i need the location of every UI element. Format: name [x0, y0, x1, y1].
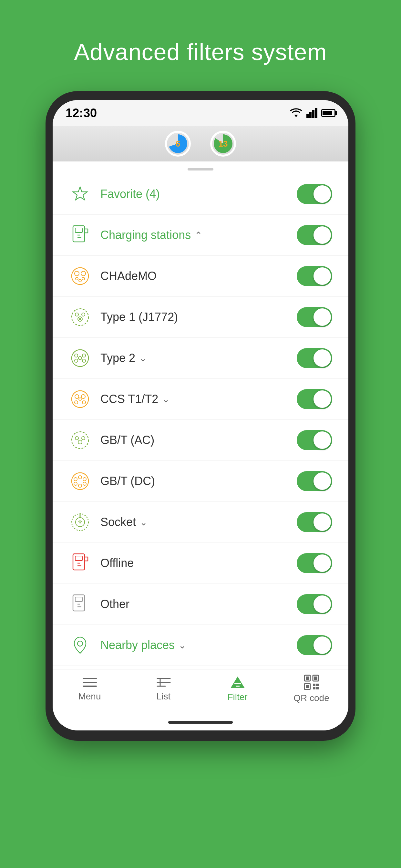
nav-item-qr[interactable]: QR code	[274, 674, 348, 703]
nav-label-list: List	[157, 691, 171, 702]
svg-point-18	[79, 279, 81, 282]
type2-toggle[interactable]	[297, 348, 332, 368]
filter-item-other[interactable]: Other	[53, 584, 348, 625]
svg-point-39	[78, 440, 82, 444]
ccs-label: CCS T1/T2 ⌄	[100, 392, 297, 406]
svg-point-14	[74, 271, 79, 276]
svg-point-31	[75, 395, 79, 399]
filter-list: Favorite (4)	[53, 170, 348, 669]
svg-point-23	[79, 318, 81, 320]
gbt-ac-toggle[interactable]	[297, 430, 332, 450]
type1-toggle[interactable]	[297, 307, 332, 327]
favorite-icon	[69, 183, 91, 206]
ccs-icon	[69, 388, 91, 410]
svg-point-42	[79, 476, 82, 479]
filter-item-gbt-ac[interactable]: GB/T (AC)	[53, 420, 348, 461]
svg-rect-2	[309, 112, 312, 118]
handle-bar	[188, 168, 213, 170]
status-time: 12:30	[66, 106, 97, 120]
svg-point-37	[75, 437, 79, 440]
nav-item-filter[interactable]: Filter	[201, 675, 274, 702]
charging-stations-toggle[interactable]	[297, 225, 332, 245]
ccs-toggle[interactable]	[297, 389, 332, 409]
svg-rect-59	[75, 597, 82, 601]
bottom-nav: Menu List Filter	[53, 669, 348, 714]
svg-point-27	[74, 359, 78, 362]
offline-toggle[interactable]	[297, 553, 332, 573]
filter-item-charging-stations[interactable]: Charging stations ⌃	[53, 215, 348, 256]
charging-stations-icon	[69, 224, 91, 246]
svg-rect-79	[313, 684, 315, 686]
battery-icon	[321, 109, 335, 117]
filter-item-chademo[interactable]: CHAdeMO	[53, 256, 348, 297]
nearby-label: Nearby places ⌄	[100, 639, 297, 652]
chademo-toggle[interactable]	[297, 266, 332, 286]
svg-rect-76	[314, 677, 317, 680]
filter-item-favorite[interactable]: Favorite (4)	[53, 174, 348, 215]
page-title-wrapper: Advanced filters system	[74, 0, 327, 91]
other-icon	[69, 593, 91, 616]
nearby-toggle[interactable]	[297, 635, 332, 655]
svg-point-28	[82, 359, 86, 362]
svg-point-38	[82, 437, 85, 440]
type2-icon	[69, 347, 91, 369]
svg-point-16	[75, 277, 78, 280]
svg-rect-1	[306, 114, 309, 118]
svg-point-20	[75, 313, 79, 316]
nav-item-menu[interactable]: Menu	[53, 676, 127, 702]
filter-item-offline[interactable]: Offline	[53, 543, 348, 584]
map-marker-2: 13	[210, 131, 236, 157]
gbt-ac-label: GB/T (AC)	[100, 433, 297, 447]
sheet-handle[interactable]	[53, 161, 348, 170]
gbt-dc-toggle[interactable]	[297, 471, 332, 491]
svg-marker-0	[294, 115, 298, 117]
nearby-icon	[69, 634, 91, 656]
svg-point-41	[74, 477, 77, 481]
svg-point-21	[82, 313, 85, 316]
filter-item-gbt-dc[interactable]: GB/T (DC)	[53, 461, 348, 502]
svg-rect-52	[75, 556, 82, 561]
menu-icon	[82, 676, 98, 689]
nav-item-list[interactable]: List	[127, 676, 201, 702]
filter-item-socket[interactable]: Socket ⌄	[53, 502, 348, 543]
filter-item-nearby[interactable]: Nearby places ⌄	[53, 625, 348, 666]
filter-item-type1[interactable]: Type 1 (J1772)	[53, 297, 348, 338]
offline-icon	[69, 552, 91, 575]
chademo-label: CHAdeMO	[100, 269, 297, 283]
signal-icon	[306, 108, 317, 118]
status-bar: 12:30	[53, 100, 348, 126]
svg-point-44	[74, 482, 77, 485]
page-title: Advanced filters system	[74, 39, 327, 65]
filter-item-type2[interactable]: Type 2 ⌄	[53, 338, 348, 379]
svg-rect-7	[75, 228, 82, 232]
svg-rect-78	[306, 685, 309, 688]
svg-point-26	[82, 354, 86, 357]
map-preview: 6 13	[53, 126, 348, 161]
svg-point-46	[79, 484, 82, 487]
type2-chevron: ⌄	[139, 353, 147, 364]
svg-point-33	[79, 398, 81, 400]
svg-rect-81	[313, 687, 315, 689]
svg-point-45	[83, 482, 86, 485]
map-marker-1: 6	[165, 131, 191, 157]
nav-label-filter: Filter	[227, 692, 247, 702]
svg-point-35	[82, 401, 86, 404]
favorite-toggle[interactable]	[297, 184, 332, 204]
qr-icon	[304, 674, 320, 690]
other-toggle[interactable]	[297, 594, 332, 614]
filter-item-ccs[interactable]: CCS T1/T2 ⌄	[53, 379, 348, 420]
svg-rect-80	[316, 684, 319, 686]
status-icons	[289, 108, 335, 118]
phone-frame: 12:30	[45, 91, 356, 741]
charging-stations-chevron: ⌃	[195, 230, 202, 241]
socket-chevron: ⌄	[140, 517, 147, 528]
svg-marker-5	[73, 187, 87, 200]
svg-point-29	[79, 356, 82, 360]
svg-rect-82	[316, 687, 319, 689]
gbt-dc-label: GB/T (DC)	[100, 474, 297, 488]
socket-toggle[interactable]	[297, 512, 332, 532]
socket-icon	[69, 511, 91, 533]
favorite-label: Favorite (4)	[100, 187, 297, 201]
ccs-chevron: ⌄	[162, 394, 169, 405]
type1-label: Type 1 (J1772)	[100, 310, 297, 324]
